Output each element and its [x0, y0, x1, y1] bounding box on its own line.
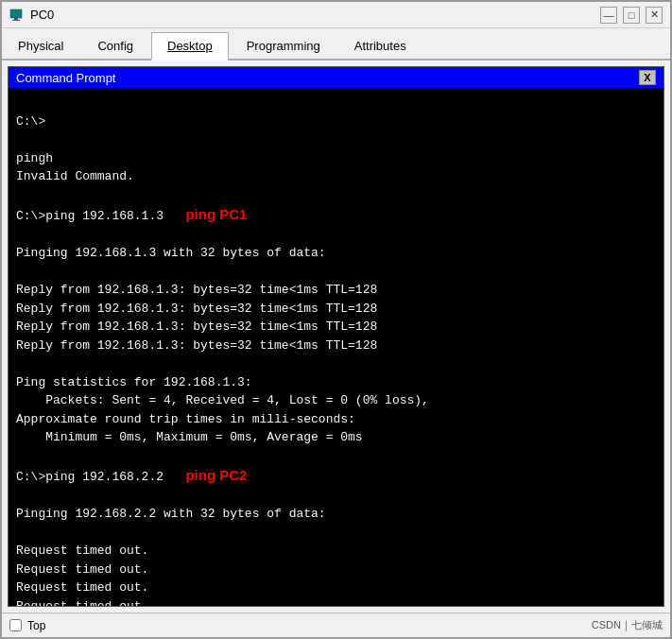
ping1-label: ping PC1	[185, 206, 247, 222]
status-left: Top	[9, 619, 45, 632]
tab-desktop[interactable]: Desktop	[151, 32, 229, 60]
terminal-close-button[interactable]: X	[639, 70, 656, 85]
tab-physical[interactable]: Physical	[2, 32, 79, 59]
main-window: PC0 — □ ✕ Physical Config Desktop Progra…	[0, 0, 672, 639]
terminal-line-3: pingh Invalid Command. C:\>ping 192.168.…	[16, 151, 185, 224]
terminal-line-4: Pinging 192.168.2.2 with 32 bytes of dat…	[16, 507, 444, 606]
computer-icon	[9, 8, 25, 23]
terminal-title-bar: Command Prompt X	[9, 67, 663, 88]
title-bar-controls: — □ ✕	[600, 7, 663, 24]
minimize-button[interactable]: —	[600, 7, 617, 24]
svg-rect-0	[10, 9, 22, 18]
terminal-title-label: Command Prompt	[16, 71, 115, 85]
maximize-button[interactable]: □	[623, 7, 640, 24]
terminal-line-1: C:\>	[16, 114, 45, 129]
title-bar: PC0 — □ ✕	[2, 2, 670, 28]
tab-programming[interactable]: Programming	[231, 32, 336, 59]
title-bar-left: PC0	[9, 8, 54, 23]
tab-attributes[interactable]: Attributes	[338, 32, 422, 59]
watermark-text: CSDN｜七倾城	[592, 618, 663, 632]
tab-bar: Physical Config Desktop Programming Attr…	[2, 28, 670, 60]
desktop-content: Command Prompt X C:\> pingh Invalid Comm…	[2, 60, 670, 613]
terminal-body[interactable]: C:\> pingh Invalid Command. C:\>ping 192…	[9, 88, 663, 606]
window-title: PC0	[30, 8, 54, 22]
close-button[interactable]: ✕	[646, 7, 663, 24]
top-label: Top	[27, 619, 45, 632]
terminal-container: Command Prompt X C:\> pingh Invalid Comm…	[8, 66, 664, 607]
tab-config[interactable]: Config	[81, 32, 149, 59]
ping2-label: ping PC2	[185, 467, 247, 483]
top-checkbox[interactable]	[9, 619, 22, 631]
svg-rect-1	[14, 18, 18, 20]
status-bar: Top CSDN｜七倾城	[2, 613, 670, 637]
terminal-line-3b: Pinging 192.168.1.3 with 32 bytes of dat…	[16, 246, 429, 484]
svg-rect-2	[12, 20, 20, 21]
